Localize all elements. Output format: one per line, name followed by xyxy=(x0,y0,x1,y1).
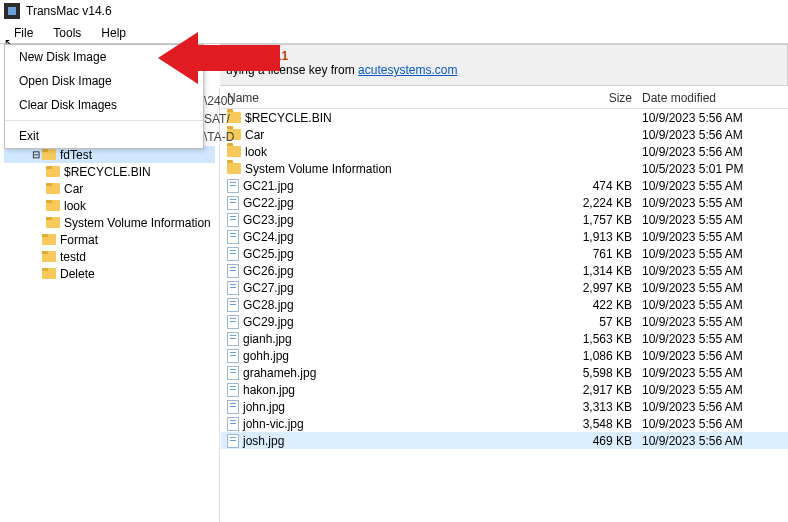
tree-item[interactable]: look xyxy=(4,197,215,214)
file-list-pane[interactable]: Name Size Date modified $RECYCLE.BIN10/9… xyxy=(221,88,788,522)
folder-icon xyxy=(42,149,56,160)
menu-bar: File Tools Help ↖ xyxy=(0,22,788,44)
menu-tools[interactable]: Tools xyxy=(43,24,91,42)
file-row[interactable]: grahameh.jpg5,598 KB10/9/2023 5:55 AM xyxy=(221,364,788,381)
menu-file[interactable]: File xyxy=(4,24,43,42)
file-row[interactable]: System Volume Information10/5/2023 5:01 … xyxy=(221,160,788,177)
file-size: 2,224 KB xyxy=(552,196,642,210)
file-row[interactable]: GC27.jpg2,997 KB10/9/2023 5:55 AM xyxy=(221,279,788,296)
file-name: $RECYCLE.BIN xyxy=(245,111,332,125)
file-date: 10/9/2023 5:56 AM xyxy=(642,434,782,448)
file-row[interactable]: GC21.jpg474 KB10/9/2023 5:55 AM xyxy=(221,177,788,194)
tree-item-label: Format xyxy=(60,233,98,247)
window-title: TransMac v14.6 xyxy=(26,4,112,18)
file-icon xyxy=(227,213,239,227)
file-icon xyxy=(227,383,239,397)
tree-item-label: fdTest xyxy=(60,148,92,162)
app-icon xyxy=(4,3,20,19)
file-row[interactable]: gianh.jpg1,563 KB10/9/2023 5:55 AM xyxy=(221,330,788,347)
file-date: 10/9/2023 5:55 AM xyxy=(642,179,782,193)
file-date: 10/9/2023 5:55 AM xyxy=(642,213,782,227)
file-date: 10/9/2023 5:55 AM xyxy=(642,196,782,210)
file-date: 10/9/2023 5:56 AM xyxy=(642,400,782,414)
file-date: 10/9/2023 5:55 AM xyxy=(642,315,782,329)
folder-icon xyxy=(227,112,241,123)
file-size: 469 KB xyxy=(552,434,642,448)
file-icon xyxy=(227,298,239,312)
file-icon xyxy=(227,434,239,448)
tree-item[interactable]: testd xyxy=(4,248,215,265)
file-name: GC22.jpg xyxy=(243,196,294,210)
file-row[interactable]: GC29.jpg57 KB10/9/2023 5:55 AM xyxy=(221,313,788,330)
file-name: GC21.jpg xyxy=(243,179,294,193)
arrow-left-icon xyxy=(158,32,198,84)
file-icon xyxy=(227,196,239,210)
menu-help[interactable]: Help xyxy=(91,24,136,42)
file-row[interactable]: GC22.jpg2,224 KB10/9/2023 5:55 AM xyxy=(221,194,788,211)
file-date: 10/9/2023 5:55 AM xyxy=(642,298,782,312)
file-icon xyxy=(227,247,239,261)
file-row[interactable]: GC24.jpg1,913 KB10/9/2023 5:55 AM xyxy=(221,228,788,245)
tree-item[interactable]: Format xyxy=(4,231,215,248)
file-name: GC25.jpg xyxy=(243,247,294,261)
tree-item-label: Car xyxy=(64,182,83,196)
file-date: 10/9/2023 5:55 AM xyxy=(642,264,782,278)
tree-item[interactable]: System Volume Information xyxy=(4,214,215,231)
file-row[interactable]: Car10/9/2023 5:56 AM xyxy=(221,126,788,143)
file-size: 474 KB xyxy=(552,179,642,193)
file-date: 10/9/2023 5:55 AM xyxy=(642,281,782,295)
folder-icon xyxy=(227,146,241,157)
file-row[interactable]: GC23.jpg1,757 KB10/9/2023 5:55 AM xyxy=(221,211,788,228)
folder-icon xyxy=(46,217,60,228)
file-row[interactable]: john-vic.jpg3,548 KB10/9/2023 5:56 AM xyxy=(221,415,788,432)
file-name: GC24.jpg xyxy=(243,230,294,244)
file-name: GC28.jpg xyxy=(243,298,294,312)
collapse-icon[interactable]: ⊟ xyxy=(30,149,42,160)
folder-icon xyxy=(42,251,56,262)
folder-icon xyxy=(42,268,56,279)
column-headers[interactable]: Name Size Date modified xyxy=(221,88,788,109)
file-row[interactable]: look10/9/2023 5:56 AM xyxy=(221,143,788,160)
file-row[interactable]: GC25.jpg761 KB10/9/2023 5:55 AM xyxy=(221,245,788,262)
file-icon xyxy=(227,264,239,278)
notice-link[interactable]: acutesystems.com xyxy=(358,63,457,77)
evaluation-banner: aluation: 11 uying a license key from ac… xyxy=(220,44,788,86)
file-row[interactable]: john.jpg3,313 KB10/9/2023 5:56 AM xyxy=(221,398,788,415)
file-icon xyxy=(227,400,239,414)
file-row[interactable]: gohh.jpg1,086 KB10/9/2023 5:56 AM xyxy=(221,347,788,364)
file-name: hakon.jpg xyxy=(243,383,295,397)
file-size: 1,757 KB xyxy=(552,213,642,227)
col-date[interactable]: Date modified xyxy=(642,91,782,105)
file-row[interactable]: GC26.jpg1,314 KB10/9/2023 5:55 AM xyxy=(221,262,788,279)
annotation-arrow xyxy=(158,32,280,84)
menu-exit[interactable]: Exit xyxy=(5,124,203,148)
file-row[interactable]: hakon.jpg2,917 KB10/9/2023 5:55 AM xyxy=(221,381,788,398)
tree-pane[interactable]: ⊟fdTest$RECYCLE.BINCarlookSystem Volume … xyxy=(0,88,220,522)
file-icon xyxy=(227,417,239,431)
file-icon xyxy=(227,179,239,193)
folder-icon xyxy=(227,163,241,174)
tree-item[interactable]: Car xyxy=(4,180,215,197)
file-row[interactable]: josh.jpg469 KB10/9/2023 5:56 AM xyxy=(221,432,788,449)
file-size: 761 KB xyxy=(552,247,642,261)
file-row[interactable]: GC28.jpg422 KB10/9/2023 5:55 AM xyxy=(221,296,788,313)
file-name: System Volume Information xyxy=(245,162,392,176)
file-date: 10/9/2023 5:56 AM xyxy=(642,417,782,431)
file-name: gianh.jpg xyxy=(243,332,292,346)
folder-icon xyxy=(42,234,56,245)
file-icon xyxy=(227,315,239,329)
menu-clear-disk-images[interactable]: Clear Disk Images xyxy=(5,93,203,117)
file-name: look xyxy=(245,145,267,159)
file-row[interactable]: $RECYCLE.BIN10/9/2023 5:56 AM xyxy=(221,109,788,126)
file-name: john.jpg xyxy=(243,400,285,414)
tree-item-label: Delete xyxy=(60,267,95,281)
file-size: 5,598 KB xyxy=(552,366,642,380)
file-size: 422 KB xyxy=(552,298,642,312)
col-name[interactable]: Name xyxy=(227,91,552,105)
file-date: 10/9/2023 5:55 AM xyxy=(642,383,782,397)
file-size: 1,314 KB xyxy=(552,264,642,278)
tree-item[interactable]: Delete xyxy=(4,265,215,282)
col-size[interactable]: Size xyxy=(552,91,642,105)
file-icon xyxy=(227,366,239,380)
tree-item[interactable]: $RECYCLE.BIN xyxy=(4,163,215,180)
